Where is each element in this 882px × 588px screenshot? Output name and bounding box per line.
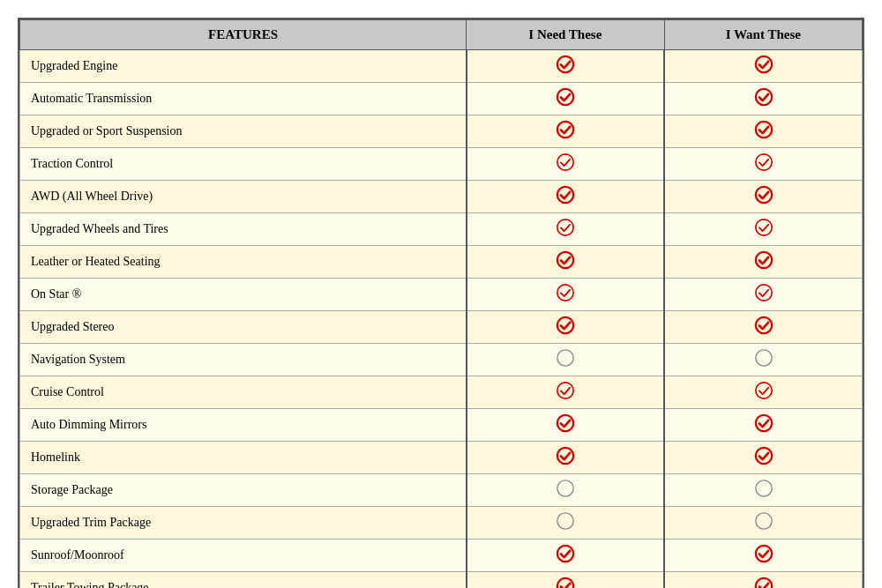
want-check[interactable] xyxy=(664,83,862,115)
want-check[interactable] xyxy=(664,181,862,213)
table-row: Automatic Transmission xyxy=(20,83,863,115)
check-icon[interactable] xyxy=(556,479,575,498)
need-check[interactable] xyxy=(467,83,664,115)
check-icon[interactable] xyxy=(556,544,575,563)
want-check[interactable] xyxy=(664,442,862,474)
check-icon[interactable] xyxy=(556,185,575,205)
feature-label: Upgraded or Sport Suspension xyxy=(20,115,467,148)
need-check[interactable] xyxy=(467,344,664,376)
want-check[interactable] xyxy=(664,279,862,311)
feature-label: Traction Control xyxy=(20,148,467,181)
feature-label: Trailer Towing Package xyxy=(20,572,467,589)
check-icon[interactable] xyxy=(754,87,774,107)
check-icon[interactable] xyxy=(754,511,774,531)
svg-point-15 xyxy=(755,285,771,301)
need-check[interactable] xyxy=(467,311,664,344)
need-check[interactable] xyxy=(467,376,664,409)
need-check[interactable] xyxy=(467,50,664,83)
check-icon[interactable] xyxy=(754,153,774,172)
need-check[interactable] xyxy=(467,213,664,246)
want-check[interactable] xyxy=(664,409,862,442)
check-icon[interactable] xyxy=(556,511,575,531)
check-icon[interactable] xyxy=(754,218,774,237)
svg-point-33 xyxy=(755,578,771,588)
check-icon[interactable] xyxy=(556,316,575,335)
feature-label: Upgraded Stereo xyxy=(20,311,467,344)
need-check[interactable] xyxy=(467,148,664,181)
check-icon[interactable] xyxy=(754,185,774,205)
want-check[interactable] xyxy=(664,148,862,181)
check-icon[interactable] xyxy=(754,348,774,368)
need-check[interactable] xyxy=(467,181,664,213)
svg-point-7 xyxy=(755,154,771,170)
table-row: Auto Dimming Mirrors xyxy=(20,409,863,442)
want-check[interactable] xyxy=(664,115,862,148)
check-icon[interactable] xyxy=(556,218,575,237)
need-check[interactable] xyxy=(467,115,664,148)
table-row: Leather or Heated Seating xyxy=(20,246,863,279)
want-check[interactable] xyxy=(664,311,862,344)
check-icon[interactable] xyxy=(556,120,575,139)
check-icon[interactable] xyxy=(556,413,575,433)
want-check[interactable] xyxy=(664,344,862,376)
svg-point-13 xyxy=(755,252,771,268)
need-check[interactable] xyxy=(467,507,664,540)
check-icon[interactable] xyxy=(754,250,774,270)
want-check[interactable] xyxy=(664,540,862,572)
feature-label: Sunroof/Moonroof xyxy=(20,540,467,572)
check-icon[interactable] xyxy=(556,348,575,368)
check-icon[interactable] xyxy=(754,120,774,139)
feature-label: Leather or Heated Seating xyxy=(20,246,467,279)
svg-point-8 xyxy=(557,187,573,203)
want-check[interactable] xyxy=(664,507,862,540)
check-icon[interactable] xyxy=(754,479,774,498)
table-row: Upgraded Engine xyxy=(20,50,863,83)
need-check[interactable] xyxy=(467,409,664,442)
need-check[interactable] xyxy=(467,540,664,572)
check-icon[interactable] xyxy=(754,446,774,465)
need-check[interactable] xyxy=(467,279,664,311)
svg-point-32 xyxy=(557,578,573,588)
svg-point-9 xyxy=(755,187,771,203)
want-check[interactable] xyxy=(664,50,862,83)
feature-label: Upgraded Trim Package xyxy=(20,507,467,540)
table-row: Upgraded or Sport Suspension xyxy=(20,115,863,148)
check-icon[interactable] xyxy=(754,544,774,563)
need-check[interactable] xyxy=(467,572,664,589)
svg-point-0 xyxy=(557,56,573,72)
check-icon[interactable] xyxy=(556,446,575,465)
svg-point-20 xyxy=(557,383,573,398)
svg-point-11 xyxy=(755,220,771,235)
check-icon[interactable] xyxy=(754,381,774,400)
table-row: Homelink xyxy=(20,442,863,474)
need-check[interactable] xyxy=(467,474,664,507)
check-icon[interactable] xyxy=(754,316,774,335)
table-row: Traction Control xyxy=(20,148,863,181)
check-icon[interactable] xyxy=(556,87,575,107)
need-check[interactable] xyxy=(467,246,664,279)
svg-point-26 xyxy=(557,480,573,496)
need-check[interactable] xyxy=(467,442,664,474)
check-icon[interactable] xyxy=(556,55,575,74)
check-icon[interactable] xyxy=(556,250,575,270)
svg-point-30 xyxy=(557,546,573,562)
check-icon[interactable] xyxy=(556,153,575,172)
features-table: FEATURES I Need These I Want These Upgra… xyxy=(19,19,863,588)
features-table-wrapper: FEATURES I Need These I Want These Upgra… xyxy=(18,18,864,588)
check-icon[interactable] xyxy=(754,413,774,433)
want-check[interactable] xyxy=(664,572,862,589)
want-check[interactable] xyxy=(664,376,862,409)
want-check[interactable] xyxy=(664,246,862,279)
check-icon[interactable] xyxy=(556,381,575,400)
svg-point-31 xyxy=(755,546,771,562)
check-icon[interactable] xyxy=(754,283,774,302)
want-check[interactable] xyxy=(664,213,862,246)
svg-point-3 xyxy=(755,89,771,105)
table-row: Cruise Control xyxy=(20,376,863,409)
want-check[interactable] xyxy=(664,474,862,507)
check-icon[interactable] xyxy=(556,283,575,302)
table-row: Upgraded Wheels and Tires xyxy=(20,213,863,246)
check-icon[interactable] xyxy=(754,55,774,74)
check-icon[interactable] xyxy=(754,577,774,588)
check-icon[interactable] xyxy=(556,577,575,588)
